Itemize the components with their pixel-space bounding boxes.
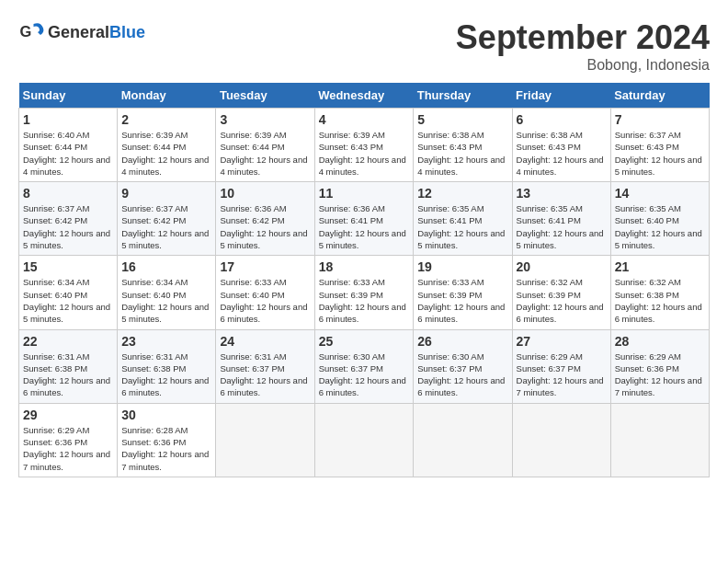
day-number: 16	[121, 259, 211, 274]
calendar-cell: 9Sunrise: 6:37 AMSunset: 6:42 PMDaylight…	[118, 182, 216, 256]
calendar-cell: 10Sunrise: 6:36 AMSunset: 6:42 PMDayligh…	[216, 182, 314, 256]
calendar-cell	[610, 403, 709, 477]
calendar-cell: 22Sunrise: 6:31 AMSunset: 6:38 PMDayligh…	[19, 329, 118, 403]
day-number: 11	[319, 186, 410, 201]
day-info: Sunrise: 6:32 AMSunset: 6:39 PMDaylight:…	[517, 276, 607, 325]
logo-text-general: General	[48, 23, 109, 41]
day-info: Sunrise: 6:39 AMSunset: 6:44 PMDaylight:…	[121, 129, 211, 178]
day-number: 10	[220, 186, 310, 201]
calendar-cell: 17Sunrise: 6:33 AMSunset: 6:40 PMDayligh…	[216, 256, 314, 329]
day-number: 3	[220, 112, 310, 127]
calendar-cell: 26Sunrise: 6:30 AMSunset: 6:37 PMDayligh…	[414, 329, 512, 403]
column-header-monday: Monday	[118, 83, 216, 109]
day-info: Sunrise: 6:37 AMSunset: 6:43 PMDaylight:…	[615, 129, 705, 178]
calendar-cell: 18Sunrise: 6:33 AMSunset: 6:39 PMDayligh…	[314, 256, 414, 329]
day-info: Sunrise: 6:29 AMSunset: 6:36 PMDaylight:…	[615, 350, 705, 399]
day-number: 18	[319, 259, 410, 274]
day-number: 4	[319, 112, 410, 127]
calendar-cell: 28Sunrise: 6:29 AMSunset: 6:36 PMDayligh…	[610, 329, 709, 403]
day-number: 26	[417, 334, 507, 349]
day-info: Sunrise: 6:35 AMSunset: 6:40 PMDaylight:…	[615, 202, 705, 251]
calendar-cell: 5Sunrise: 6:38 AMSunset: 6:43 PMDaylight…	[414, 109, 512, 182]
calendar-cell: 11Sunrise: 6:36 AMSunset: 6:41 PMDayligh…	[314, 182, 414, 256]
calendar-table: SundayMondayTuesdayWednesdayThursdayFrid…	[18, 83, 710, 477]
calendar-cell: 3Sunrise: 6:39 AMSunset: 6:44 PMDaylight…	[216, 109, 314, 182]
calendar-cell: 24Sunrise: 6:31 AMSunset: 6:37 PMDayligh…	[216, 329, 314, 403]
day-number: 2	[121, 112, 211, 127]
day-number: 14	[615, 186, 705, 201]
day-number: 1	[23, 112, 113, 127]
svg-text:G: G	[20, 23, 32, 40]
column-header-thursday: Thursday	[414, 83, 512, 109]
calendar-cell: 15Sunrise: 6:34 AMSunset: 6:40 PMDayligh…	[19, 256, 118, 329]
day-info: Sunrise: 6:39 AMSunset: 6:43 PMDaylight:…	[319, 129, 410, 178]
calendar-cell: 7Sunrise: 6:37 AMSunset: 6:43 PMDaylight…	[610, 109, 709, 182]
day-info: Sunrise: 6:36 AMSunset: 6:41 PMDaylight:…	[319, 202, 410, 251]
day-info: Sunrise: 6:37 AMSunset: 6:42 PMDaylight:…	[23, 202, 113, 251]
day-info: Sunrise: 6:31 AMSunset: 6:38 PMDaylight:…	[121, 350, 211, 399]
day-info: Sunrise: 6:29 AMSunset: 6:37 PMDaylight:…	[517, 350, 607, 399]
calendar-cell: 19Sunrise: 6:33 AMSunset: 6:39 PMDayligh…	[414, 256, 512, 329]
location-title: Bobong, Indonesia	[456, 57, 710, 74]
calendar-cell: 25Sunrise: 6:30 AMSunset: 6:37 PMDayligh…	[314, 329, 414, 403]
calendar-cell	[216, 403, 314, 477]
day-number: 24	[220, 334, 310, 349]
day-info: Sunrise: 6:37 AMSunset: 6:42 PMDaylight:…	[121, 202, 211, 251]
calendar-cell: 2Sunrise: 6:39 AMSunset: 6:44 PMDaylight…	[118, 109, 216, 182]
day-number: 29	[23, 408, 113, 422]
day-number: 15	[23, 259, 113, 274]
column-header-wednesday: Wednesday	[314, 83, 414, 109]
day-info: Sunrise: 6:33 AMSunset: 6:39 PMDaylight:…	[319, 276, 410, 325]
day-number: 20	[517, 259, 607, 274]
page-header: G GeneralBlue September 2024 Bobong, Ind…	[18, 18, 710, 74]
calendar-cell	[512, 403, 610, 477]
day-info: Sunrise: 6:38 AMSunset: 6:43 PMDaylight:…	[417, 129, 507, 178]
day-number: 28	[615, 334, 705, 349]
day-number: 8	[23, 186, 113, 201]
month-title: September 2024	[456, 18, 710, 57]
day-info: Sunrise: 6:31 AMSunset: 6:37 PMDaylight:…	[220, 350, 310, 399]
calendar-cell: 16Sunrise: 6:34 AMSunset: 6:40 PMDayligh…	[118, 256, 216, 329]
day-info: Sunrise: 6:35 AMSunset: 6:41 PMDaylight:…	[517, 202, 607, 251]
column-header-friday: Friday	[512, 83, 610, 109]
day-info: Sunrise: 6:34 AMSunset: 6:40 PMDaylight:…	[23, 276, 113, 325]
day-info: Sunrise: 6:34 AMSunset: 6:40 PMDaylight:…	[121, 276, 211, 325]
day-info: Sunrise: 6:40 AMSunset: 6:44 PMDaylight:…	[23, 129, 113, 178]
day-info: Sunrise: 6:30 AMSunset: 6:37 PMDaylight:…	[319, 350, 410, 399]
calendar-cell: 23Sunrise: 6:31 AMSunset: 6:38 PMDayligh…	[118, 329, 216, 403]
calendar-week-4: 22Sunrise: 6:31 AMSunset: 6:38 PMDayligh…	[19, 329, 710, 403]
day-number: 12	[417, 186, 507, 201]
calendar-cell	[314, 403, 414, 477]
day-info: Sunrise: 6:36 AMSunset: 6:42 PMDaylight:…	[220, 202, 310, 251]
day-number: 17	[220, 259, 310, 274]
day-number: 5	[417, 112, 507, 127]
day-info: Sunrise: 6:33 AMSunset: 6:40 PMDaylight:…	[220, 276, 310, 325]
calendar-cell: 14Sunrise: 6:35 AMSunset: 6:40 PMDayligh…	[610, 182, 709, 256]
day-number: 19	[417, 259, 507, 274]
calendar-cell: 1Sunrise: 6:40 AMSunset: 6:44 PMDaylight…	[19, 109, 118, 182]
column-header-sunday: Sunday	[19, 83, 118, 109]
calendar-cell: 30Sunrise: 6:28 AMSunset: 6:36 PMDayligh…	[118, 403, 216, 477]
calendar-cell: 21Sunrise: 6:32 AMSunset: 6:38 PMDayligh…	[610, 256, 709, 329]
calendar-cell: 13Sunrise: 6:35 AMSunset: 6:41 PMDayligh…	[512, 182, 610, 256]
day-number: 25	[319, 334, 410, 349]
calendar-cell: 20Sunrise: 6:32 AMSunset: 6:39 PMDayligh…	[512, 256, 610, 329]
calendar-cell: 8Sunrise: 6:37 AMSunset: 6:42 PMDaylight…	[19, 182, 118, 256]
day-info: Sunrise: 6:39 AMSunset: 6:44 PMDaylight:…	[220, 129, 310, 178]
day-info: Sunrise: 6:38 AMSunset: 6:43 PMDaylight:…	[517, 129, 607, 178]
day-number: 13	[517, 186, 607, 201]
day-number: 23	[121, 334, 211, 349]
day-info: Sunrise: 6:31 AMSunset: 6:38 PMDaylight:…	[23, 350, 113, 399]
day-number: 9	[121, 186, 211, 201]
day-info: Sunrise: 6:30 AMSunset: 6:37 PMDaylight:…	[417, 350, 507, 399]
day-number: 21	[615, 259, 705, 274]
day-number: 30	[121, 408, 211, 422]
logo-text-blue: Blue	[109, 23, 145, 41]
column-header-tuesday: Tuesday	[216, 83, 314, 109]
column-header-saturday: Saturday	[610, 83, 709, 109]
day-number: 22	[23, 334, 113, 349]
logo: G GeneralBlue	[18, 18, 145, 46]
day-number: 27	[517, 334, 607, 349]
day-info: Sunrise: 6:32 AMSunset: 6:38 PMDaylight:…	[615, 276, 705, 325]
calendar-week-1: 1Sunrise: 6:40 AMSunset: 6:44 PMDaylight…	[19, 109, 710, 182]
